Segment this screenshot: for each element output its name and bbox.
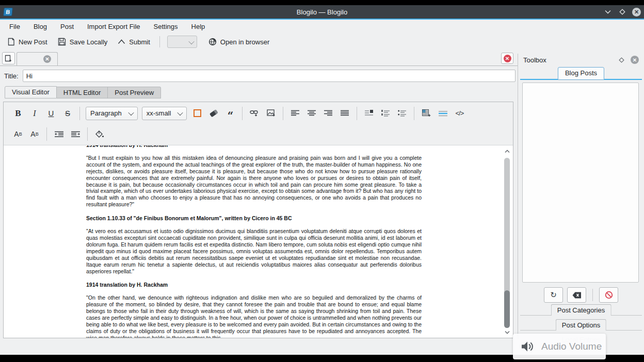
scroll-up-icon[interactable]: [504, 149, 510, 154]
submit-label: Submit: [129, 38, 150, 46]
audio-volume-osd: Audio Volume: [513, 334, 606, 359]
red-close-icon: ✕: [504, 55, 511, 62]
submit-icon: [118, 39, 125, 44]
menu-blog[interactable]: Blog: [27, 21, 54, 32]
remove-post-button[interactable]: [567, 287, 586, 303]
insert-image-button[interactable]: [263, 106, 279, 121]
post-editor-area: ✕ ✕ Title: Visual Editor HTML Editor Pos…: [0, 52, 518, 339]
tab-post-categories[interactable]: Post Categories: [551, 304, 611, 316]
italic-button[interactable]: I: [27, 106, 42, 121]
menu-settings[interactable]: Settings: [147, 21, 185, 32]
doc-heading: Section 1.10.33 of "de Finibus Bonorum e…: [86, 215, 422, 222]
open-in-browser-button[interactable]: Open in browser: [204, 36, 273, 48]
doc-paragraph: "On the other hand, we denounce with rig…: [86, 294, 422, 338]
ordered-list-button[interactable]: [378, 106, 393, 121]
close-editor-button[interactable]: ✕: [501, 53, 513, 64]
format-separator: [46, 127, 47, 141]
indent-less-icon: [55, 131, 63, 138]
superscript-button[interactable]: AB: [27, 127, 42, 141]
background-color-button[interactable]: [92, 127, 107, 141]
new-post-label: New Post: [19, 38, 47, 46]
subscript-button[interactable]: AB: [10, 127, 26, 141]
text-color-button[interactable]: [189, 106, 205, 121]
align-left-button[interactable]: [287, 106, 303, 121]
title-input[interactable]: [23, 70, 516, 82]
align-right-button[interactable]: [320, 106, 336, 121]
window-controls: ✕: [603, 5, 641, 19]
doc-heading: 1914 translation by H. Rackham: [86, 282, 422, 288]
tab-post-preview[interactable]: Post Preview: [108, 87, 161, 98]
document-edit-area[interactable]: 1914 translation by H. Rackham "But I mu…: [4, 145, 513, 338]
post-tab[interactable]: ✕: [17, 52, 58, 65]
tab-close-icon[interactable]: ✕: [43, 55, 51, 63]
bullet-list-button[interactable]: [394, 106, 410, 121]
blockquote-button[interactable]: “: [222, 106, 238, 121]
toolbox-title: Toolbox: [523, 56, 619, 64]
document-new-icon: [7, 38, 15, 46]
toolbox-header: Toolbox ✕: [520, 54, 642, 66]
doc-heading: 1914 translation by H. Rackham: [86, 145, 422, 149]
blog-posts-list[interactable]: [522, 83, 639, 283]
section-post-options: Post Options: [520, 318, 642, 332]
tab-blog-posts[interactable]: Blog Posts: [558, 67, 604, 80]
title-label: Title:: [4, 72, 19, 80]
strikethrough-button[interactable]: S: [60, 106, 75, 121]
new-tab-button[interactable]: [2, 52, 15, 64]
new-post-button[interactable]: New Post: [3, 36, 52, 48]
toolbar-separator: [159, 36, 160, 47]
refresh-icon: ↻: [550, 290, 557, 300]
align-left-icon: [291, 110, 299, 117]
format-separator: [414, 107, 414, 120]
align-justify-button[interactable]: [337, 106, 352, 121]
toolbox-buttons: ↻: [520, 287, 642, 303]
tab-post-options[interactable]: Post Options: [556, 319, 606, 331]
paragraph-style-select[interactable]: Paragraph: [86, 107, 138, 120]
minimize-icon[interactable]: [603, 7, 613, 17]
align-justify-icon: [341, 110, 349, 117]
float-dock-icon[interactable]: [619, 57, 624, 63]
window-title: Blogilo — Blogilo: [0, 8, 644, 16]
format-toolbar-row2: AB AB: [4, 124, 513, 144]
button-separator: [592, 289, 593, 301]
pane-splitter[interactable]: [518, 54, 518, 339]
title-row: Title:: [4, 70, 518, 82]
maximize-icon[interactable]: [618, 7, 627, 17]
vertical-scrollbar[interactable]: [503, 147, 511, 336]
menu-import-export-file[interactable]: Import Export File: [81, 21, 147, 32]
bold-button[interactable]: B: [10, 106, 26, 121]
post-split-button[interactable]: [361, 106, 377, 121]
image-icon: [267, 109, 276, 117]
horizontal-rule-button[interactable]: [435, 106, 450, 121]
menu-help[interactable]: Help: [185, 21, 212, 32]
refresh-posts-button[interactable]: ↻: [544, 287, 563, 303]
abort-button[interactable]: [599, 287, 618, 303]
scroll-down-icon[interactable]: [504, 330, 510, 335]
format-separator: [79, 107, 80, 120]
menu-post[interactable]: Post: [54, 21, 81, 32]
blog-select[interactable]: [167, 36, 197, 48]
remove-format-button[interactable]: [206, 106, 221, 121]
menu-file[interactable]: File: [3, 21, 27, 32]
font-size-value: xx-small: [147, 109, 171, 117]
tab-html-editor[interactable]: HTML Editor: [57, 87, 108, 98]
tab-visual-editor[interactable]: Visual Editor: [5, 86, 57, 98]
insert-link-button[interactable]: [247, 106, 262, 121]
font-size-select[interactable]: xx-small: [142, 107, 187, 120]
align-center-button[interactable]: [304, 106, 319, 121]
document-content: 1914 translation by H. Rackham "But I mu…: [86, 145, 422, 338]
increase-indent-button[interactable]: [68, 127, 83, 141]
html-code-button[interactable]: </>: [452, 106, 467, 121]
link-icon: [250, 109, 259, 117]
submit-button[interactable]: Submit: [114, 36, 154, 48]
decrease-indent-button[interactable]: [51, 127, 67, 141]
align-center-icon: [308, 110, 316, 117]
close-dock-icon[interactable]: ✕: [631, 56, 639, 64]
save-locally-button[interactable]: Save Locally: [54, 36, 112, 48]
scrollbar-thumb[interactable]: [504, 290, 510, 328]
main-toolbar: New Post Save Locally Submit Open in bro…: [0, 33, 644, 51]
close-icon[interactable]: ✕: [632, 8, 641, 17]
underline-button[interactable]: U: [43, 106, 59, 121]
globe-icon: [208, 38, 217, 46]
table-icon: [422, 109, 431, 117]
insert-table-button[interactable]: [418, 106, 434, 121]
